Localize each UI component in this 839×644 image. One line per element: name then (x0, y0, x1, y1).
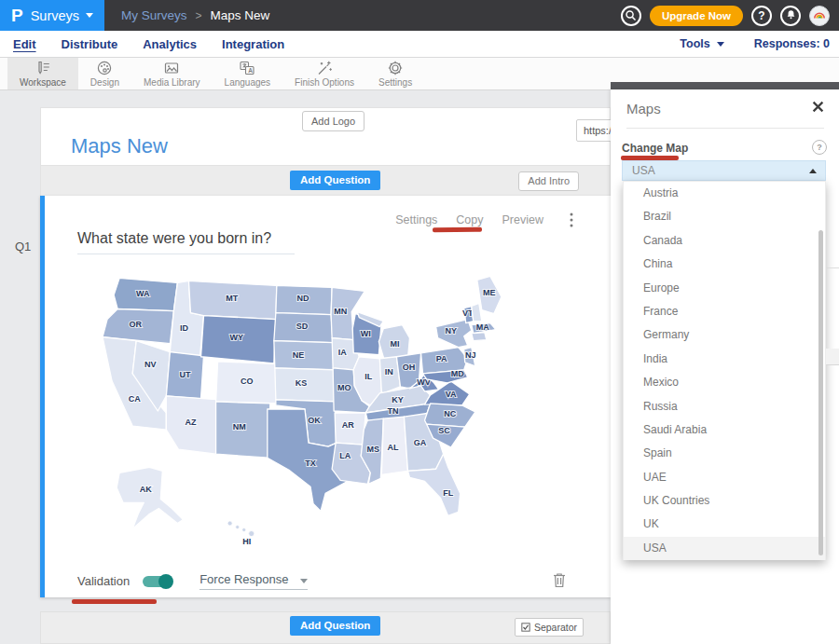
map-option-france[interactable]: France (624, 300, 825, 323)
toolbar-item-workspace[interactable]: Workspace (7, 57, 78, 89)
tab-analytics[interactable]: Analytics (143, 37, 197, 51)
map-option-uk-countries[interactable]: UK Countries (624, 489, 825, 513)
question-actions: Settings Copy Preview (395, 212, 573, 227)
state-ne[interactable] (274, 341, 341, 370)
tab-edit[interactable]: Edit (13, 37, 36, 51)
questionpro-survey-editor: P Surveys My Surveys > Maps New Upgrade … (0, 0, 839, 644)
toolbar-item-label: Finish Options (295, 77, 354, 88)
state-label-ca: CA (129, 394, 142, 404)
state-label-sd: SD (296, 322, 309, 331)
question-more-menu[interactable] (570, 212, 573, 227)
state-label-hi: HI (242, 537, 251, 546)
state-label-mn: MN (334, 307, 347, 316)
toolbar-item-media-library[interactable]: Media Library (131, 57, 213, 89)
map-option-usa[interactable]: USA (624, 537, 825, 560)
state-label-mo: MO (337, 383, 351, 392)
survey-title[interactable]: Maps New (71, 134, 168, 158)
top-bar: P Surveys My Surveys > Maps New Upgrade … (0, 0, 839, 31)
breadcrumb-separator: > (196, 9, 202, 22)
breadcrumb: My Surveys > Maps New (121, 0, 269, 31)
add-question-button[interactable]: Add Question (290, 171, 380, 190)
tab-integration[interactable]: Integration (222, 37, 284, 51)
state-label-wy: WY (229, 333, 243, 342)
add-question-band: Add Question Add Intro (40, 166, 611, 196)
map-option-mexico[interactable]: Mexico (624, 371, 825, 394)
toolbar-item-settings[interactable]: Settings (366, 57, 424, 89)
state-label-mi: MI (390, 339, 399, 349)
state-hi[interactable] (227, 521, 232, 526)
map-option-austria[interactable]: Austria (624, 182, 825, 205)
survey-nav-tabs: EditDistributeAnalyticsIntegration (13, 31, 284, 57)
map-option-india[interactable]: India (624, 348, 825, 371)
map-option-uae[interactable]: UAE (624, 466, 825, 489)
close-icon (812, 101, 824, 113)
add-question-button-bottom[interactable]: Add Question (290, 616, 380, 636)
tab-distribute[interactable]: Distribute (62, 37, 118, 51)
search-button[interactable] (621, 6, 641, 26)
state-label-mt: MT (226, 294, 239, 303)
separator-toggle[interactable]: Separator (515, 618, 584, 637)
state-ctri[interactable] (472, 333, 487, 341)
state-label-sc: SC (438, 426, 450, 435)
state-nh[interactable] (472, 304, 482, 322)
map-option-germany[interactable]: Germany (624, 323, 825, 347)
state-hi[interactable] (236, 526, 240, 529)
map-option-canada[interactable]: Canada (624, 229, 825, 253)
trash-icon (553, 572, 566, 588)
validation-toggle[interactable] (143, 576, 172, 587)
toolbar-item-design[interactable]: Design (78, 57, 131, 89)
toolbar-item-label: Settings (378, 77, 412, 88)
responses-count[interactable]: Responses: 0 (754, 37, 830, 50)
state-label-co: CO (241, 377, 254, 386)
question-preview-link[interactable]: Preview (502, 213, 543, 226)
state-label-wa: WA (136, 289, 150, 298)
upgrade-now-button[interactable]: Upgrade Now (650, 6, 743, 26)
question-copy-link[interactable]: Copy (456, 213, 483, 226)
map-select-value: USA (632, 164, 655, 177)
add-logo-button[interactable]: Add Logo (302, 111, 364, 131)
finish-options-icon (316, 60, 333, 76)
map-option-russia[interactable]: Russia (624, 395, 825, 418)
state-hi[interactable] (242, 528, 246, 532)
map-option-uk[interactable]: UK (624, 513, 825, 536)
toolbar-item-languages[interactable]: ALanguages (213, 57, 283, 89)
change-map-label: Change Map (622, 142, 688, 155)
state-label-la: LA (339, 451, 351, 460)
breadcrumb-my-surveys[interactable]: My Surveys (121, 8, 187, 22)
tools-menu[interactable]: Tools (680, 37, 723, 50)
state-label-ut: UT (179, 370, 191, 379)
toolbar-item-label: Media Library (144, 77, 200, 88)
delete-question-button[interactable] (553, 572, 566, 588)
next-section: Add Question Separator (40, 611, 611, 644)
toolbar-item-label: Languages (225, 77, 271, 88)
toolbar-item-finish-options[interactable]: Finish Options (282, 57, 366, 89)
dropdown-scrollbar[interactable] (818, 230, 823, 555)
add-intro-button[interactable]: Add Intro (518, 171, 579, 191)
maps-settings-panel: Maps Change Map ? USA AustriaBrazilCanad… (611, 89, 839, 644)
change-map-help-icon[interactable]: ? (812, 140, 827, 155)
survey-nav: EditDistributeAnalyticsIntegration Tools… (0, 31, 839, 58)
state-ak[interactable] (117, 467, 183, 528)
help-button[interactable]: ? (751, 6, 772, 26)
map-select[interactable]: USA (622, 160, 826, 181)
annotation-underline-settings (433, 227, 482, 233)
editor-toolbar-items: WorkspaceDesignMedia LibraryALanguagesFi… (7, 57, 424, 89)
validation-option-select[interactable]: Force Response (199, 572, 307, 590)
validation-label: Validation (77, 574, 130, 588)
product-switcher[interactable]: P Surveys (0, 0, 104, 31)
map-option-china[interactable]: China (624, 253, 825, 276)
question-text[interactable]: What state were you born in? (77, 230, 295, 254)
languages-icon: A (239, 60, 255, 76)
map-option-europe[interactable]: Europe (624, 277, 825, 300)
state-label-ne: NE (293, 350, 305, 360)
question-settings-link[interactable]: Settings (395, 213, 437, 226)
question-block: Settings Copy Preview What state were yo… (40, 196, 611, 597)
account-menu-button[interactable] (809, 6, 830, 26)
state-label-ia: IA (338, 348, 348, 357)
map-option-brazil[interactable]: Brazil (624, 205, 825, 228)
map-select-dropdown: AustriaBrazilCanadaChinaEuropeFranceGerm… (623, 181, 826, 560)
map-option-saudi-arabia[interactable]: Saudi Arabia (624, 418, 825, 442)
map-option-spain[interactable]: Spain (624, 442, 825, 465)
notifications-button[interactable] (780, 6, 801, 26)
panel-close-button[interactable] (812, 101, 824, 113)
